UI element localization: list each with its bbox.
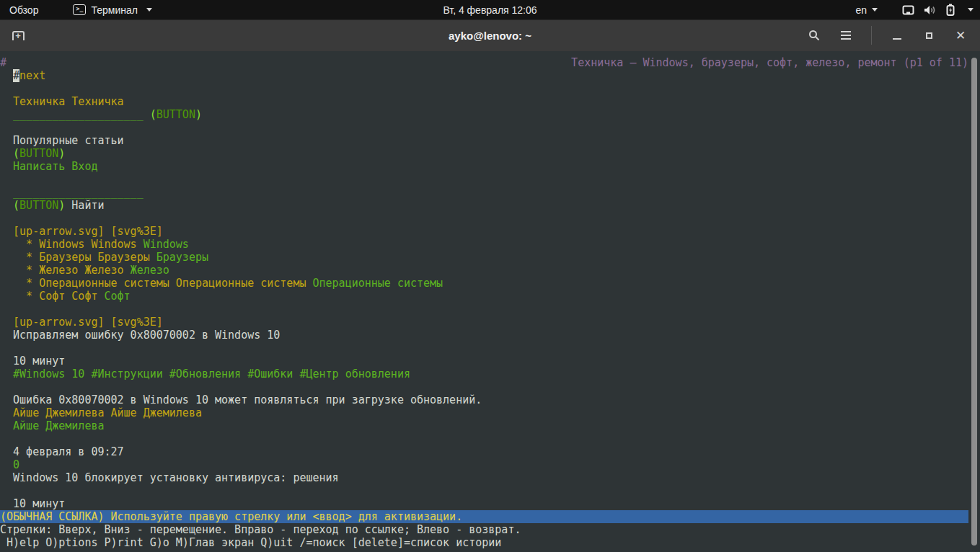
text-segment [144,108,150,121]
link-comments-count[interactable]: 0 [13,458,19,471]
terminal-line: 10 минут [0,497,980,510]
text-segment: 10 минут [13,355,65,368]
link-category[interactable]: Браузеры Браузеры [39,251,156,264]
terminal-line: * Windows Windows Windows [0,238,980,251]
form-button[interactable]: BUTTON [19,147,58,160]
text-segment: Найти [65,199,104,212]
text-segment: 10 минут [13,497,65,510]
terminal-line [0,342,980,355]
terminal-line: ____________________ [0,186,980,199]
link-author[interactable]: Айше Джемилева [13,419,104,432]
text-segment: Windows 10 блокирует установку антивирус… [13,471,339,484]
keyboard-layout-label: en [855,4,867,16]
clock-button[interactable]: Вт, 4 февраля 12:06 [443,4,537,16]
text-segment [0,316,13,329]
close-button[interactable]: ✕ [954,29,967,42]
text-segment [0,497,13,510]
text-segment: * [0,251,39,264]
link-image[interactable]: [up-arrow.svg] [svg%3E] [13,316,163,329]
terminal-line: Исправляем ошибку 0x80070002 в Windows 1… [0,329,980,342]
network-wired-icon [902,5,914,15]
text-segment [0,393,13,406]
link-hashtags[interactable]: #Windows 10 #Инструкции #Обновления #Оши… [13,368,410,380]
text-segment: ( [13,147,19,160]
text-segment [0,368,13,380]
link-category[interactable]: Операционные системы Операционные систем… [39,277,312,290]
link-category[interactable]: Windows Windows [39,238,144,251]
link-category[interactable]: Софт Софт [39,290,104,303]
current-link-cursor[interactable]: # [13,69,19,82]
link-category[interactable]: Софт [105,290,131,303]
link-next[interactable]: next [19,69,45,82]
scrollbar-thumb[interactable] [971,58,977,546]
terminal-line [0,82,980,95]
system-tray-button[interactable] [896,0,980,19]
text-segment [0,160,13,173]
link-category[interactable]: Windows [144,238,189,251]
link-category[interactable]: Браузеры [156,251,208,264]
terminal-screen[interactable]: #Техничка — Windows, браузеры, софт, жел… [0,51,980,552]
text-segment: Стрелки: Вверх, Вниз - перемещение. Впра… [0,523,521,536]
volume-icon [924,5,937,15]
form-button[interactable]: BUTTON [156,108,195,121]
app-menu-label: Терминал [91,4,137,16]
search-field[interactable]: ____________________ [13,186,144,199]
titlebar-controls: ✕ [808,26,980,45]
terminal-line [0,121,980,134]
new-tab-icon: + [12,31,25,40]
lynx-status-bar: (ОБЫЧНАЯ ССЫЛКА) Используйте правую стре… [0,510,968,523]
search-field[interactable]: ____________________ [13,108,144,121]
link-author[interactable]: Айше Джемилева Айше Джемилева [13,406,202,419]
text-segment [0,199,13,212]
search-button[interactable] [808,29,821,42]
chevron-down-icon [968,8,974,12]
text-segment [0,147,13,160]
chevron-down-icon [872,8,878,12]
page-title: Техничка — Windows, браузеры, софт, желе… [571,56,968,69]
menu-button[interactable] [839,29,852,42]
terminal-line: * Железо Железо Железо [0,264,980,277]
terminal-line: 10 минут [0,355,980,368]
maximize-button[interactable] [922,29,935,42]
link-category[interactable]: Операционные системы [312,277,443,290]
text-segment [0,458,13,471]
text-segment [0,471,13,484]
gnome-top-bar: Обзор >_ Терминал Вт, 4 февраля 12:06 en [0,0,980,19]
terminal-line: [up-arrow.svg] [svg%3E] [0,225,980,238]
text-segment [0,134,13,147]
text-segment [0,406,13,419]
link-site-logo[interactable]: Техничка Техничка [13,95,124,108]
new-tab-button[interactable]: + [9,26,27,45]
terminal-line: #Техничка — Windows, браузеры, софт, жел… [0,56,980,69]
text-segment [0,445,13,458]
minimize-button[interactable] [891,29,904,42]
terminal-line: Популярные статьи [0,134,980,147]
text-segment: (ОБЫЧНАЯ ССЫЛКА) Используйте правую стре… [0,510,462,523]
terminal-line [0,173,980,186]
text-segment: ( [150,108,156,121]
terminal-line: * Операционные системы Операционные сист… [0,277,980,290]
terminal-line: * Браузеры Браузеры Браузеры [0,251,980,264]
form-button[interactable]: BUTTON [19,199,58,212]
text-segment [0,95,13,108]
text-segment: ) [58,147,65,160]
maximize-icon [926,32,932,39]
terminal-line: Стрелки: Вверх, Вниз - перемещение. Впра… [0,523,980,536]
terminal-line: 4 февраля в 09:27 [0,445,980,458]
text-segment: * [0,290,39,303]
app-menu-button[interactable]: >_ Терминал [66,0,158,19]
activities-button[interactable]: Обзор [3,0,45,19]
text-segment: * [0,277,39,290]
link-image[interactable]: [up-arrow.svg] [svg%3E] [13,225,163,238]
terminal-line [0,380,980,393]
terminal-window-titlebar[interactable]: + ayko@lenovo: ~ ✕ [0,19,980,51]
terminal-line: Написать Вход [0,160,980,173]
text-segment: * [0,264,39,277]
battery-charging-icon [946,4,955,16]
link-category[interactable]: Железо Железо [39,264,130,277]
link-write-login[interactable]: Написать Вход [13,160,97,173]
keyboard-layout-button[interactable]: en [849,0,884,19]
link-category[interactable]: Железо [131,264,169,277]
terminal-line: H)elp O)ptions P)rint G)o M)Глав экран Q… [0,536,980,549]
terminal-line: (BUTTON) [0,147,980,160]
